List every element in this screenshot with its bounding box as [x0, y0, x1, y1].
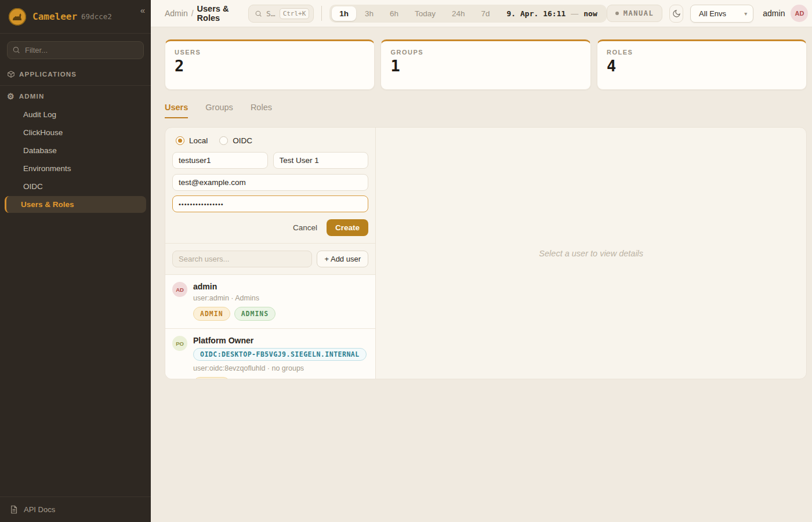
stats-row: USERS 2 GROUPS 1 ROLES 4 — [165, 39, 807, 90]
add-user-button[interactable]: + Add user — [317, 251, 368, 267]
sidebar: Cameleer 69dcce2 « APPLICATIONS ⚙ ADMIN … — [0, 0, 151, 522]
sidebar-filter — [7, 41, 144, 59]
app-root: Cameleer 69dcce2 « APPLICATIONS ⚙ ADMIN … — [0, 0, 812, 522]
sidebar-item-clickhouse[interactable]: ClickHouse — [7, 124, 144, 141]
sidebar-item-oidc[interactable]: OIDC — [7, 178, 144, 195]
admin-section-header: ⚙ ADMIN — [7, 92, 144, 100]
user-row-body: Platform Owner OIDC:DESKTOP-FB5VGJ9.SIEG… — [193, 335, 367, 379]
role-badge: ADMIN — [193, 377, 230, 379]
theme-toggle-button[interactable] — [669, 5, 683, 23]
stat-card-roles: ROLES 4 — [597, 39, 807, 90]
applications-section-header: APPLICATIONS — [7, 70, 144, 78]
time-range-1h[interactable]: 1h — [332, 6, 356, 21]
users-panel-left: Local OIDC — [165, 128, 376, 379]
username-field[interactable] — [172, 152, 268, 169]
search-shortcut-badge: Ctrl+K — [280, 8, 310, 19]
stat-card-groups: GROUPS 1 — [380, 39, 590, 90]
user-meta: user:admin · Admins — [193, 294, 276, 302]
user-type-options: Local OIDC — [176, 136, 368, 145]
user-name: Platform Owner — [193, 335, 367, 346]
display-name-field[interactable] — [273, 152, 369, 169]
cameleer-logo-icon — [8, 8, 27, 26]
tab-users[interactable]: Users — [165, 103, 188, 118]
global-search-button[interactable]: S… Ctrl+K — [248, 5, 314, 23]
user-list-toolbar: + Add user — [165, 244, 375, 275]
sidebar-item-database[interactable]: Database — [7, 142, 144, 159]
time-range-display[interactable]: 9. Apr. 16:11 — now — [499, 9, 604, 18]
sidebar-section-admin: ⚙ ADMIN Audit Log ClickHouse Database En… — [0, 86, 151, 220]
user-name: admin — [193, 281, 276, 292]
topbar: Admin / Users & Roles S… Ctrl+K 1h 3h 6h… — [151, 0, 812, 27]
radio-local-label: Local — [189, 136, 208, 145]
badge-row: ADMIN ADMINS — [193, 307, 276, 321]
topbar-divider — [321, 6, 322, 21]
environment-selected: All Envs — [699, 9, 726, 18]
stat-label: USERS — [175, 49, 365, 56]
user-list: AD admin user:admin · Admins ADMIN ADMIN… — [165, 275, 375, 379]
sidebar-header: Cameleer 69dcce2 « — [0, 0, 151, 34]
tab-groups[interactable]: Groups — [205, 103, 233, 118]
stat-value: 4 — [607, 57, 797, 75]
password-field[interactable] — [172, 195, 368, 212]
avatar: PO — [172, 336, 187, 351]
user-row-body: admin user:admin · Admins ADMIN ADMINS — [193, 281, 276, 321]
radio-selected-icon — [176, 136, 184, 145]
brand-version: 69dcce2 — [81, 12, 112, 21]
content: USERS 2 GROUPS 1 ROLES 4 Users Groups Ro… — [151, 27, 812, 522]
name-fields-row — [172, 152, 368, 169]
applications-section-label: APPLICATIONS — [19, 71, 77, 78]
user-row-platform-owner[interactable]: PO Platform Owner OIDC:DESKTOP-FB5VGJ9.S… — [165, 328, 375, 379]
badge-row: ADMIN — [193, 377, 367, 379]
package-icon — [7, 70, 15, 78]
form-actions: Cancel Create — [172, 219, 368, 236]
breadcrumb-parent[interactable]: Admin — [165, 9, 188, 18]
email-field[interactable] — [172, 174, 368, 191]
time-range-7d[interactable]: 7d — [474, 6, 498, 21]
breadcrumb-current: Users & Roles — [197, 4, 240, 23]
sidebar-filter-input[interactable] — [7, 41, 144, 59]
brand-name: Cameleer — [32, 11, 77, 22]
create-user-form: Local OIDC — [165, 128, 375, 244]
avatar: AD — [791, 5, 808, 22]
role-badge: ADMIN — [193, 307, 230, 321]
search-icon — [12, 46, 20, 54]
time-from: 9. Apr. 16:11 — [507, 9, 566, 18]
radio-local[interactable]: Local — [176, 136, 208, 145]
user-row-admin[interactable]: AD admin user:admin · Admins ADMIN ADMIN… — [165, 275, 375, 328]
stat-card-users: USERS 2 — [165, 39, 375, 90]
time-range-24h[interactable]: 24h — [444, 6, 473, 21]
time-range-3h[interactable]: 3h — [357, 6, 381, 21]
tab-roles[interactable]: Roles — [251, 103, 272, 118]
time-range-today[interactable]: Today — [407, 6, 443, 21]
group-badge: ADMINS — [234, 307, 276, 321]
moon-icon — [672, 9, 681, 18]
time-to: now — [583, 9, 597, 18]
refresh-mode-button[interactable]: MANUAL — [607, 5, 662, 22]
stat-value: 2 — [175, 57, 365, 75]
sidebar-item-environments[interactable]: Environments — [7, 160, 144, 177]
user-detail-panel: Select a user to view details — [376, 128, 806, 379]
chevron-down-icon: ▾ — [744, 10, 747, 17]
admin-section-label: ADMIN — [19, 93, 45, 100]
empty-state-text: Select a user to view details — [539, 249, 643, 258]
avatar: AD — [172, 282, 187, 297]
radio-oidc-label: OIDC — [233, 136, 252, 145]
user-menu[interactable]: admin AD — [763, 5, 808, 22]
create-button[interactable]: Create — [327, 219, 368, 236]
environment-selector[interactable]: All Envs ▾ — [690, 5, 753, 23]
username-label: admin — [763, 9, 785, 18]
sidebar-item-users-roles[interactable]: Users & Roles — [5, 196, 146, 213]
search-icon — [255, 10, 262, 17]
api-docs-link[interactable]: API Docs — [0, 496, 151, 522]
time-range-group: 1h 3h 6h Today 24h 7d 9. Apr. 16:11 — no… — [329, 5, 607, 23]
sidebar-collapse-icon[interactable]: « — [140, 6, 145, 14]
cancel-button[interactable]: Cancel — [293, 223, 317, 232]
sidebar-section-applications: APPLICATIONS — [0, 64, 151, 86]
search-users-input[interactable] — [172, 251, 312, 267]
time-range-6h[interactable]: 6h — [382, 6, 406, 21]
breadcrumb-separator: / — [191, 9, 194, 18]
radio-oidc[interactable]: OIDC — [219, 136, 252, 145]
sidebar-item-audit-log[interactable]: Audit Log — [7, 106, 144, 123]
stat-value: 1 — [390, 57, 581, 75]
radio-unselected-icon — [219, 136, 228, 145]
